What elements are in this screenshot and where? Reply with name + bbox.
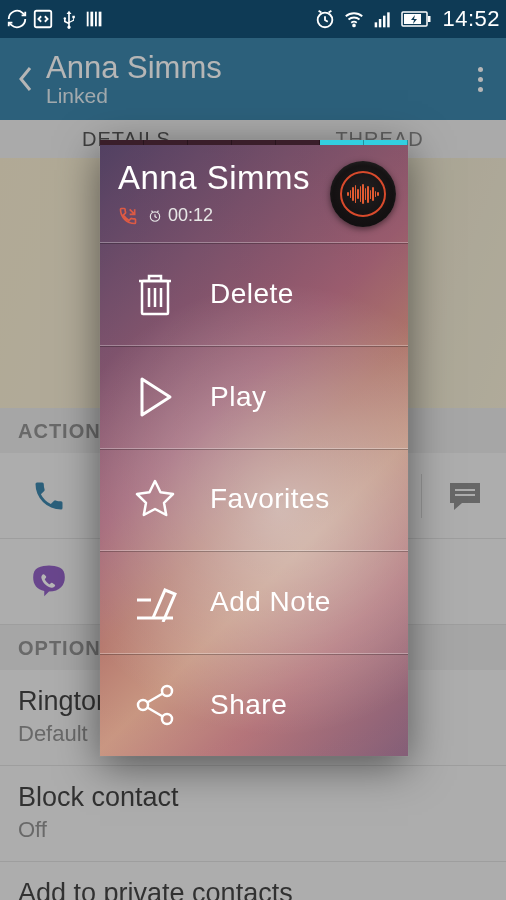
add-note-icon [100, 582, 210, 622]
sync-icon [6, 8, 28, 30]
modal-header: Anna Simms 00:12 [100, 145, 408, 242]
svg-rect-10 [388, 12, 391, 27]
clock-icon [148, 209, 162, 223]
modal-share-label: Share [210, 689, 287, 721]
wifi-icon [343, 8, 365, 30]
share-icon [100, 683, 210, 727]
modal-delete-label: Delete [210, 278, 294, 310]
trash-icon [100, 271, 210, 317]
status-right: 14:52 [314, 6, 500, 32]
star-icon [100, 477, 210, 521]
modal-item-play[interactable]: Play [100, 345, 408, 448]
duration-text: 00:12 [168, 205, 213, 226]
svg-point-20 [138, 700, 148, 710]
svg-rect-1 [87, 12, 89, 27]
svg-rect-3 [95, 12, 97, 27]
outgoing-call-icon [118, 206, 138, 226]
modal-item-favorites[interactable]: Favorites [100, 448, 408, 551]
status-left [6, 8, 106, 30]
modal-play-label: Play [210, 381, 266, 413]
svg-rect-7 [375, 22, 378, 27]
status-time: 14:52 [442, 6, 500, 32]
modal-item-delete[interactable]: Delete [100, 242, 408, 345]
signal-icon [372, 8, 394, 30]
modal-favorites-label: Favorites [210, 483, 330, 515]
record-button[interactable] [330, 161, 396, 227]
play-icon [100, 375, 210, 419]
modal-addnote-label: Add Note [210, 586, 331, 618]
modal-item-share[interactable]: Share [100, 653, 408, 756]
recording-duration: 00:12 [148, 205, 213, 226]
status-bar: 14:52 [0, 0, 506, 38]
svg-rect-2 [90, 12, 93, 27]
code-icon [32, 8, 54, 30]
svg-rect-9 [383, 16, 386, 28]
svg-point-6 [354, 25, 356, 27]
waveform-icon [340, 171, 386, 217]
modal-item-add-note[interactable]: Add Note [100, 550, 408, 653]
recording-modal: Anna Simms 00:12 [100, 140, 408, 756]
svg-point-21 [162, 714, 172, 724]
barcode-icon [84, 8, 106, 30]
svg-rect-12 [428, 16, 431, 22]
svg-rect-4 [99, 12, 102, 27]
battery-icon [401, 8, 431, 30]
usb-icon [58, 8, 80, 30]
svg-point-19 [162, 686, 172, 696]
svg-rect-8 [379, 19, 382, 27]
alarm-icon [314, 8, 336, 30]
